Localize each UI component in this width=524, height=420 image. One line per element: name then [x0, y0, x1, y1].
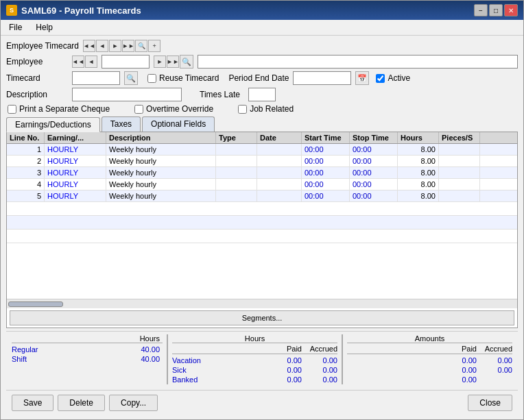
cell-earning-4: HOURLY	[45, 179, 106, 190]
tab-content: Line No. Earning/... Description Type Da…	[6, 132, 518, 328]
print-separate-cheque-label: Print a Separate Cheque	[19, 104, 110, 114]
cell-start-3: 00:00	[302, 167, 350, 178]
cell-earning-1: HOURLY	[45, 144, 106, 155]
menu-file[interactable]: File	[3, 21, 27, 34]
period-end-date-input[interactable]: 2024-03-03	[293, 71, 351, 85]
maximize-button[interactable]: □	[489, 4, 503, 16]
save-button[interactable]: Save	[12, 395, 53, 411]
amounts-row-2: 0.00 0.00	[347, 365, 512, 375]
cell-desc-5: Weekly hourly	[106, 190, 216, 201]
timecard-search-button[interactable]: 🔍	[124, 71, 138, 85]
amounts-paid-1: 0.00	[441, 356, 477, 365]
hscroll-thumb[interactable]	[8, 301, 63, 307]
timecard-id-input[interactable]: 240303	[72, 71, 120, 85]
table-row[interactable]: 2 HOURLY Weekly hourly 00:00 00:00 8.00	[7, 156, 517, 167]
employee-search-button[interactable]: 🔍	[180, 55, 193, 69]
employee-nav-prev[interactable]: ◄	[85, 55, 97, 68]
nav-next-button[interactable]: ►	[109, 40, 121, 52]
timecard-row: Timecard 240303 🔍 Reuse Timecard Period …	[6, 71, 518, 85]
cell-desc-1: Weekly hourly	[106, 144, 216, 155]
cell-hours-5: 8.00	[398, 190, 439, 201]
tab-optional-fields[interactable]: Optional Fields	[142, 116, 215, 132]
calendar-button[interactable]: 📅	[355, 71, 369, 85]
cell-date-4	[257, 179, 302, 190]
amounts-paid-3: 0.00	[441, 375, 477, 384]
main-window: S SAML69 - Payroll Timecards − □ ✕ File …	[0, 0, 524, 420]
amounts-accrued-col-header: Accrued	[477, 345, 512, 353]
table-row-empty	[7, 230, 517, 243]
nav-prev-button[interactable]: ◄	[96, 40, 108, 52]
content-area: Employee Timecard ◄◄ ◄ ► ►► 🔍 + Employee…	[1, 36, 523, 419]
minimize-button[interactable]: −	[474, 4, 488, 16]
copy-button[interactable]: Copy...	[109, 395, 158, 411]
employee-name-input[interactable]: Bryan, Marilyn Alison	[198, 55, 518, 69]
cell-hours-1: 8.00	[398, 144, 439, 155]
employee-nav-last[interactable]: ►►	[167, 55, 179, 68]
employee-nav: ◄◄ ◄	[72, 55, 97, 68]
employee-nav-first[interactable]: ◄◄	[72, 55, 84, 68]
cell-earning-3: HOURLY	[45, 167, 106, 178]
col-stop-time: Stop Time	[350, 132, 398, 143]
table-row[interactable]: 3 HOURLY Weekly hourly 00:00 00:00 8.00	[7, 167, 517, 179]
table-row-empty	[7, 202, 517, 216]
title-bar: S SAML69 - Payroll Timecards − □ ✕	[1, 1, 523, 20]
cell-type-5	[216, 190, 257, 201]
employee-nav-next[interactable]: ►	[154, 55, 166, 68]
horizontal-scrollbar[interactable]	[7, 299, 517, 308]
segments-button[interactable]: Segments...	[10, 310, 514, 325]
overtime-override-checkbox[interactable]	[134, 105, 143, 114]
cell-pieces-1	[439, 144, 480, 155]
summary-divider	[167, 334, 168, 384]
cell-desc-3: Weekly hourly	[106, 167, 216, 178]
nav-add-button[interactable]: +	[148, 40, 160, 52]
table-row[interactable]: 1 HOURLY Weekly hourly 00:00 00:00 8.00	[7, 144, 517, 156]
summary-amounts: Amounts Paid Accrued 0.00 0.00 0.00	[347, 334, 512, 384]
times-late-input[interactable]: 0	[248, 88, 276, 101]
active-checkbox[interactable]	[376, 74, 385, 83]
cell-stop-2: 00:00	[350, 156, 398, 166]
summary-grid: Hours Regular 40.00 Shift 40.00 Hours	[12, 334, 512, 384]
job-related-checkbox[interactable]	[238, 105, 247, 114]
employee-nav2: ► ►► 🔍	[154, 55, 193, 69]
window-close-button[interactable]: ✕	[504, 4, 518, 16]
print-separate-cheque-checkbox[interactable]	[8, 105, 16, 114]
reuse-timecard-checkbox[interactable]	[147, 74, 156, 83]
tab-earnings[interactable]: Earnings/Deductions	[6, 117, 100, 132]
cell-line-1: 1	[7, 144, 45, 155]
overtime-override-label: Overtime Override	[146, 104, 213, 114]
close-button[interactable]: Close	[468, 395, 512, 411]
employee-id-input[interactable]: 100020	[102, 55, 150, 69]
cell-line-2: 2	[7, 156, 45, 166]
hours-paid-header	[172, 345, 266, 353]
table-row[interactable]: 5 HOURLY Weekly hourly 00:00 00:00 8.00	[7, 190, 517, 202]
shift-row: Shift 40.00	[12, 354, 163, 364]
description-input[interactable]	[72, 88, 182, 101]
amounts-paid-2: 0.00	[441, 366, 477, 374]
sick-row: Sick 0.00 0.00	[172, 365, 337, 375]
col-date: Date	[257, 132, 302, 143]
col-earning: Earning/...	[45, 132, 106, 143]
checkboxes-row: Print a Separate Cheque Overtime Overrid…	[6, 104, 518, 114]
grid-body: 1 HOURLY Weekly hourly 00:00 00:00 8.00 …	[7, 144, 517, 299]
cell-line-5: 5	[7, 190, 45, 201]
cell-earning-5: HOURLY	[45, 190, 106, 201]
delete-button[interactable]: Delete	[58, 395, 105, 411]
tab-taxes[interactable]: Taxes	[102, 116, 141, 132]
title-bar-controls: − □ ✕	[474, 4, 518, 16]
amounts-paid-col-header: Paid	[441, 345, 477, 353]
tab-header: Earnings/Deductions Taxes Optional Field…	[6, 116, 518, 132]
hours-section-header: Hours	[172, 334, 337, 343]
reuse-timecard-label: Reuse Timecard	[159, 73, 219, 83]
cell-start-4: 00:00	[302, 179, 350, 190]
cell-hours-4: 8.00	[398, 179, 439, 190]
cell-date-3	[257, 167, 302, 178]
nav-last-button[interactable]: ►►	[122, 40, 134, 52]
menu-help[interactable]: Help	[30, 21, 58, 34]
amounts-label-spacer	[347, 345, 441, 353]
nav-first-button[interactable]: ◄◄	[83, 40, 95, 52]
summary-hours: Hours Paid Accrued Vacation 0.00 0.00 Si…	[172, 334, 337, 384]
amounts-accrued-2: 0.00	[477, 366, 512, 374]
cell-line-4: 4	[7, 179, 45, 190]
nav-search-button[interactable]: 🔍	[135, 40, 147, 52]
table-row[interactable]: 4 HOURLY Weekly hourly 00:00 00:00 8.00	[7, 179, 517, 190]
